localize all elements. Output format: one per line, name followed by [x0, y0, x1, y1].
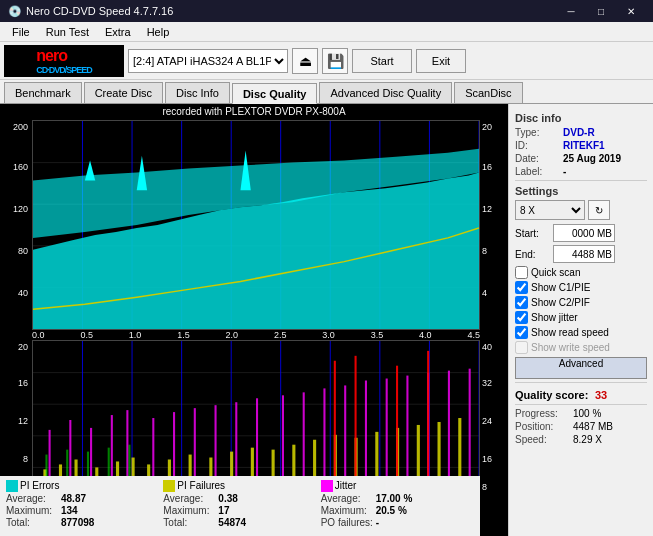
tab-advanced-disc-quality[interactable]: Advanced Disc Quality [319, 82, 452, 103]
pi-errors-avg-label: Average: [6, 493, 61, 504]
pi-errors-avg-val: 48.87 [61, 493, 86, 504]
label-val: - [563, 166, 566, 177]
divider-1 [515, 180, 647, 181]
show-read-speed-checkbox[interactable] [515, 326, 528, 339]
position-val: 4487 MB [573, 421, 613, 432]
date-val: 25 Aug 2019 [563, 153, 621, 164]
menu-extra[interactable]: Extra [97, 24, 139, 40]
speed-display-val: 8.29 X [573, 434, 602, 445]
y-axis-top: 200 160 120 80 40 [0, 120, 32, 330]
tab-benchmark[interactable]: Benchmark [4, 82, 82, 103]
y-bot-r-40: 40 [482, 342, 506, 352]
disc-info-title: Disc info [515, 112, 647, 124]
date-label: Date: [515, 153, 563, 164]
show-c2-pif-checkbox[interactable] [515, 296, 528, 309]
close-button[interactable]: ✕ [617, 2, 645, 20]
end-mb-label: End: [515, 249, 551, 260]
jitter-color-box [321, 480, 333, 492]
x-top-05: 0.5 [80, 330, 93, 344]
maximize-button[interactable]: □ [587, 2, 615, 20]
x-top-2: 2.0 [226, 330, 239, 344]
legend-pi-failures: PI Failures Average: 0.38 Maximum: 17 To… [161, 478, 318, 534]
toolbar: nero CD·DVD/SPEED [2:4] ATAPI iHAS324 A … [0, 42, 653, 80]
y-top-r-16: 16 [482, 162, 506, 172]
divider-2 [515, 382, 647, 383]
save-button[interactable]: 💾 [322, 48, 348, 74]
jitter-label: Jitter [335, 480, 357, 492]
id-label: ID: [515, 140, 563, 151]
show-jitter-label[interactable]: Show jitter [531, 312, 578, 323]
show-write-speed-label: Show write speed [531, 342, 610, 353]
pi-errors-color-box [6, 480, 18, 492]
pi-failures-max-label: Maximum: [163, 505, 218, 516]
end-mb-input[interactable] [553, 245, 615, 263]
exit-button[interactable]: Exit [416, 49, 466, 73]
y-bot-16: 16 [0, 378, 28, 388]
jitter-max-val: 20.5 % [376, 505, 407, 516]
tab-disc-quality[interactable]: Disc Quality [232, 83, 318, 104]
start-mb-input[interactable] [553, 224, 615, 242]
show-jitter-checkbox[interactable] [515, 311, 528, 324]
menu-run-test[interactable]: Run Test [38, 24, 97, 40]
y-bot-r-24: 24 [482, 416, 506, 426]
quick-scan-checkbox[interactable] [515, 266, 528, 279]
x-top-0: 0.0 [32, 330, 45, 344]
id-val: RITEKF1 [563, 140, 605, 151]
tab-disc-info[interactable]: Disc Info [165, 82, 230, 103]
y-top-r-4: 4 [482, 288, 506, 298]
nero-logo: nero [36, 47, 67, 64]
settings-title: Settings [515, 185, 647, 197]
quality-score-label: Quality score: [515, 389, 595, 401]
pi-failures-total-val: 54874 [218, 517, 246, 528]
speed-select[interactable]: 8 X4 X2 XMAX [515, 200, 585, 220]
show-c2-pif-row: Show C2/PIF [515, 296, 647, 309]
menu-file[interactable]: File [4, 24, 38, 40]
x-top-1: 1.0 [129, 330, 142, 344]
show-c1-pie-label[interactable]: Show C1/PIE [531, 282, 590, 293]
start-mb-label: Start: [515, 228, 551, 239]
pi-failures-label: PI Failures [177, 480, 225, 492]
progress-label: Progress: [515, 408, 573, 419]
show-jitter-row: Show jitter [515, 311, 647, 324]
show-c2-pif-label[interactable]: Show C2/PIF [531, 297, 590, 308]
right-panel: Disc info Type: DVD-R ID: RITEKF1 Date: … [508, 104, 653, 536]
start-button[interactable]: Start [352, 49, 412, 73]
menu-help[interactable]: Help [139, 24, 178, 40]
jitter-avg-val: 17.00 % [376, 493, 413, 504]
quality-score-row: Quality score: 33 [515, 389, 647, 401]
tab-create-disc[interactable]: Create Disc [84, 82, 163, 103]
y-top-160: 160 [0, 162, 28, 172]
top-chart [32, 120, 480, 330]
show-c1-pie-row: Show C1/PIE [515, 281, 647, 294]
x-axis-top: 0.0 0.5 1.0 1.5 2.0 2.5 3.0 3.5 4.0 4.5 [32, 330, 480, 344]
y-bot-8: 8 [0, 454, 28, 464]
pi-errors-total-val: 877098 [61, 517, 94, 528]
date-row: Date: 25 Aug 2019 [515, 153, 647, 164]
tab-scan-disc[interactable]: ScanDisc [454, 82, 522, 103]
pi-errors-max-label: Maximum: [6, 505, 61, 516]
main-content: recorded with PLEXTOR DVDR PX-800A 200 1… [0, 104, 653, 536]
chart-title: recorded with PLEXTOR DVDR PX-800A [0, 106, 508, 117]
logo: nero CD·DVD/SPEED [4, 45, 124, 77]
show-read-speed-row: Show read speed [515, 326, 647, 339]
eject-button[interactable]: ⏏ [292, 48, 318, 74]
y-bot-r-32: 32 [482, 378, 506, 388]
advanced-button[interactable]: Advanced [515, 357, 647, 379]
show-write-speed-checkbox[interactable] [515, 341, 528, 354]
x-top-4: 4.0 [419, 330, 432, 344]
drive-select[interactable]: [2:4] ATAPI iHAS324 A BL1P [128, 49, 288, 73]
pi-failures-total-label: Total: [163, 517, 218, 528]
show-c1-pie-checkbox[interactable] [515, 281, 528, 294]
show-read-speed-label[interactable]: Show read speed [531, 327, 609, 338]
y-top-40: 40 [0, 288, 28, 298]
y-top-r-12: 12 [482, 204, 506, 214]
refresh-button[interactable]: ↻ [588, 200, 610, 220]
jitter-avg-label: Average: [321, 493, 376, 504]
chart-area: recorded with PLEXTOR DVDR PX-800A 200 1… [0, 104, 508, 536]
legend: PI Errors Average: 48.87 Maximum: 134 To… [0, 476, 480, 536]
minimize-button[interactable]: ─ [557, 2, 585, 20]
quick-scan-label[interactable]: Quick scan [531, 267, 580, 278]
quick-scan-row: Quick scan [515, 266, 647, 279]
y-top-r-20: 20 [482, 122, 506, 132]
pi-failures-color-box [163, 480, 175, 492]
